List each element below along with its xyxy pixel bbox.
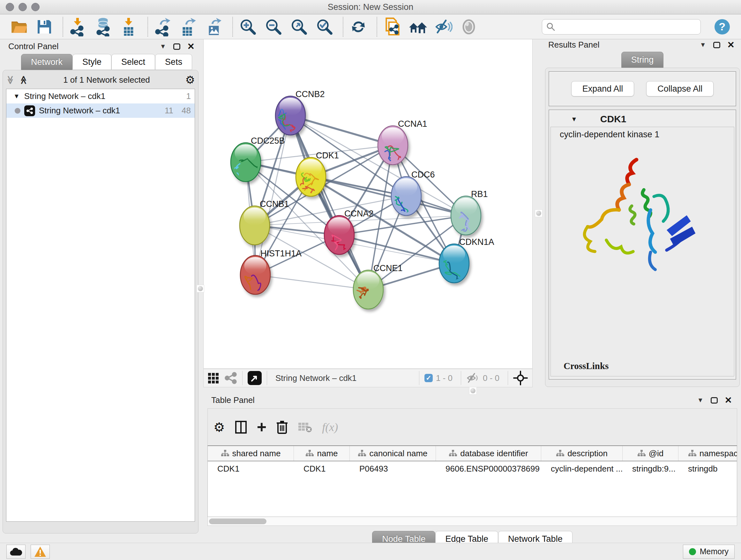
export-network-icon: [154, 17, 172, 37]
node-CCNB2[interactable]: [275, 96, 306, 135]
duplicate-network-button[interactable]: [382, 17, 402, 37]
close-panel-icon[interactable]: ✕: [187, 42, 195, 51]
column-header-namespace[interactable]: namespace: [678, 446, 737, 461]
open-session-button[interactable]: [9, 17, 29, 37]
column-header-id[interactable]: @id: [623, 446, 678, 461]
show-all-button[interactable]: [459, 17, 479, 37]
edge-CCNB2-CCNA1[interactable]: [290, 116, 393, 145]
node-CCNA2[interactable]: [324, 215, 354, 254]
warnings-button[interactable]: [30, 545, 50, 559]
fit-selected-crosshair-icon[interactable]: [513, 371, 528, 385]
result-entry-header[interactable]: ▼ CDK1: [550, 111, 734, 127]
network-graph[interactable]: CCNB2CCNA1CDC25BCDK1CDC6RB1CCNB1CCNA2CDK…: [204, 39, 532, 368]
node-HIST1H1A[interactable]: [240, 255, 270, 296]
float-panel-icon[interactable]: [713, 42, 720, 48]
export-table-button[interactable]: [179, 17, 199, 37]
show-columns-icon[interactable]: [234, 420, 247, 434]
tab-select[interactable]: Select: [111, 54, 155, 70]
cloud-status-button[interactable]: [6, 545, 25, 559]
status-bar: Memory: [0, 543, 741, 560]
zoom-in-button[interactable]: [238, 17, 258, 37]
control-panel-title: Control Panel: [8, 42, 59, 51]
node-CDKN1A[interactable]: [439, 244, 471, 283]
float-panel-icon[interactable]: [711, 397, 718, 403]
close-panel-icon[interactable]: ✕: [725, 396, 732, 405]
help-button[interactable]: ?: [712, 17, 732, 37]
panel-menu-icon[interactable]: ▼: [700, 41, 706, 49]
network-options-gear-icon[interactable]: ⚙: [185, 73, 195, 86]
import-network-database-button[interactable]: [94, 17, 114, 37]
memory-button[interactable]: Memory: [683, 545, 735, 559]
edge-HIST1H1A-CCNE1[interactable]: [255, 275, 368, 290]
hide-selected-button[interactable]: [433, 17, 453, 37]
export-image-icon: [205, 17, 223, 37]
import-network-file-button[interactable]: [68, 17, 88, 37]
collapse-triangle-icon[interactable]: ▼: [571, 116, 577, 123]
panel-menu-icon[interactable]: ▼: [160, 43, 166, 50]
table-row[interactable]: CDK1 CDK1 P06493 9606.ENSP00000378699 cy…: [208, 461, 737, 476]
selected-checkbox-icon[interactable]: ✓: [424, 374, 433, 382]
zoom-selected-button[interactable]: [315, 17, 334, 37]
collapse-all-networks-icon[interactable]: ≫: [5, 75, 15, 84]
node-CDC25B[interactable]: [231, 143, 262, 182]
float-panel-icon[interactable]: [173, 44, 180, 50]
cell-canonical-name[interactable]: P06493: [350, 464, 436, 474]
title-bar: Session: New Session: [0, 0, 741, 14]
expand-all-button[interactable]: Expand All: [571, 81, 634, 97]
tab-string[interactable]: String: [621, 52, 664, 68]
vertical-splitter-handle[interactable]: [535, 209, 542, 217]
cell-description[interactable]: cyclin-dependent ...: [541, 464, 623, 474]
export-network-button[interactable]: [153, 17, 173, 37]
hidden-eye-slash-icon: [466, 373, 480, 383]
close-panel-icon[interactable]: ✕: [727, 41, 735, 50]
node-CDC6[interactable]: [391, 177, 421, 227]
window-title: Session: New Session: [0, 2, 741, 12]
collapse-triangle-icon[interactable]: ▼: [13, 92, 20, 100]
delete-column-trash-icon[interactable]: [276, 420, 288, 435]
node-CCNB1[interactable]: [240, 206, 270, 245]
export-image-button[interactable]: [204, 17, 224, 37]
network-canvas[interactable]: CCNB2CCNA1CDC25BCDK1CDC6RB1CCNB1CCNA2CDK…: [203, 39, 533, 369]
cell-id[interactable]: stringdb:9...: [623, 464, 678, 474]
cell-shared-name[interactable]: CDK1: [208, 464, 294, 474]
zoom-out-button[interactable]: [264, 17, 283, 37]
detach-view-icon[interactable]: [224, 372, 237, 384]
node-CCNE1[interactable]: [353, 270, 383, 309]
protein-name: CDK1: [600, 114, 626, 125]
grid-view-icon[interactable]: [208, 373, 219, 383]
column-header-name[interactable]: name: [294, 446, 350, 461]
node-label-CCNA1: CCNA1: [398, 119, 427, 129]
horizontal-scrollbar[interactable]: [207, 517, 737, 526]
panel-menu-icon[interactable]: ▼: [697, 396, 704, 404]
collapse-all-button[interactable]: Collapse All: [646, 81, 714, 97]
duplicate-network-icon: [383, 17, 401, 37]
birds-eye-view-icon[interactable]: [248, 371, 262, 385]
network-row-selected[interactable]: String Network – cdk1 11 48: [6, 104, 195, 118]
eye-slash-icon: [434, 18, 453, 36]
cell-database-identifier[interactable]: 9606.ENSP00000378699: [436, 464, 541, 474]
first-neighbors-button[interactable]: [408, 17, 428, 37]
save-session-button[interactable]: [35, 17, 54, 37]
network-collection-row[interactable]: ▼ String Network – cdk1 1: [6, 89, 195, 104]
add-column-plus-icon[interactable]: +: [257, 421, 266, 434]
column-header-shared-name[interactable]: shared name: [208, 446, 294, 461]
node-CDK1[interactable]: [296, 158, 326, 196]
column-header-canonical-name[interactable]: canonical name: [350, 446, 436, 461]
zoom-fit-button[interactable]: [289, 17, 309, 37]
tab-sets[interactable]: Sets: [155, 54, 192, 70]
table-options-gear-icon[interactable]: ⚙: [213, 420, 225, 435]
edge-CCNB2-CCNE1[interactable]: [290, 116, 368, 290]
node-RB1[interactable]: [451, 196, 481, 235]
cell-name[interactable]: CDK1: [294, 464, 350, 474]
expand-all-networks-icon[interactable]: ≫: [18, 75, 28, 84]
scrollbar-thumb[interactable]: [209, 518, 266, 524]
import-table-file-button[interactable]: [119, 17, 139, 37]
column-header-database-identifier[interactable]: database identifier: [436, 446, 541, 461]
column-header-description[interactable]: description: [541, 446, 623, 461]
search-input[interactable]: [556, 22, 697, 32]
cell-namespace[interactable]: stringdb: [678, 464, 737, 474]
tab-network[interactable]: Network: [21, 54, 72, 70]
refresh-button[interactable]: [348, 17, 368, 37]
tab-style[interactable]: Style: [72, 54, 111, 70]
vertical-splitter-handle[interactable]: [197, 285, 204, 293]
